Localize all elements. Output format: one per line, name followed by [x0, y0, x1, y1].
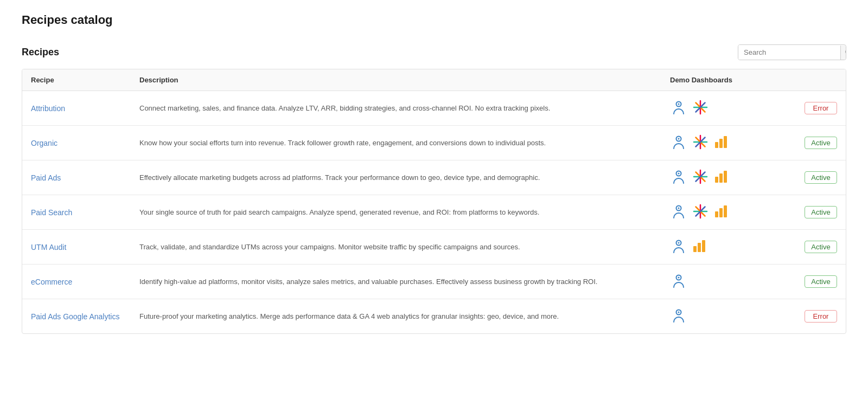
status-badge-paid-ads-ga: Error — [805, 310, 837, 323]
table-row: Paid Ads Google AnalyticsFuture-proof yo… — [22, 299, 846, 334]
status-badge-paid-ads: Active — [805, 171, 837, 184]
svg-rect-16 — [724, 136, 727, 148]
svg-rect-37 — [693, 246, 697, 252]
recipe-link-ecommerce[interactable]: eCommerce — [31, 278, 72, 286]
svg-rect-24 — [719, 173, 723, 183]
looker-icon — [670, 203, 687, 222]
table-row: UTM AuditTrack, validate, and standardiz… — [22, 230, 846, 265]
recipe-link-paid-ads-ga[interactable]: Paid Ads Google Analytics — [31, 312, 119, 321]
table-row: Paid SearchYour single source of truth f… — [22, 195, 846, 230]
col-header-description: Description — [131, 69, 661, 91]
section-title: Recipes — [22, 47, 59, 58]
svg-point-41 — [678, 277, 680, 279]
recipe-description-paid-search: Your single source of truth for paid sea… — [139, 207, 653, 218]
table-row: eCommerceIdentify high-value ad platform… — [22, 265, 846, 299]
svg-point-18 — [678, 173, 680, 175]
svg-rect-38 — [698, 243, 701, 252]
recipe-description-paid-ads-ga: Future-proof your marketing analytics. M… — [139, 311, 653, 322]
bar-chart-icon — [692, 239, 707, 255]
cross-icon — [692, 99, 709, 118]
status-badge-utm-audit: Active — [805, 241, 837, 253]
table-row: Paid AdsEffectively allocate marketing b… — [22, 160, 846, 195]
col-header-status — [781, 69, 846, 91]
looker-icon — [670, 272, 687, 291]
svg-rect-39 — [702, 240, 705, 252]
svg-rect-33 — [719, 208, 723, 217]
cross-icon — [692, 203, 709, 222]
table-row: AttributionConnect marketing, sales, and… — [22, 91, 846, 126]
recipe-description-paid-ads: Effectively allocate marketing budgets a… — [139, 172, 653, 183]
bar-chart-icon — [713, 204, 729, 221]
cross-icon — [692, 133, 709, 152]
recipe-description-attribution: Connect marketing, sales, and finance da… — [139, 103, 653, 114]
status-badge-ecommerce: Active — [805, 275, 837, 288]
bar-chart-icon — [713, 134, 729, 151]
bar-chart-icon — [713, 169, 729, 186]
col-header-demo: Demo Dashboards — [661, 69, 781, 91]
svg-rect-25 — [724, 171, 727, 183]
svg-point-3 — [678, 104, 680, 105]
svg-rect-23 — [715, 177, 718, 183]
recipe-description-organic: Know how your social efforts turn into r… — [139, 138, 653, 149]
page-title: Recipes catalog — [22, 13, 846, 27]
svg-rect-34 — [724, 205, 727, 217]
svg-point-27 — [678, 208, 680, 209]
status-badge-organic: Active — [805, 137, 837, 149]
search-input[interactable] — [738, 45, 840, 60]
cross-icon — [692, 168, 709, 187]
status-badge-paid-search: Active — [805, 206, 837, 218]
svg-point-43 — [678, 312, 680, 313]
svg-point-36 — [678, 242, 680, 244]
looker-icon — [670, 99, 687, 118]
looker-icon — [670, 168, 687, 187]
search-button[interactable] — [840, 46, 846, 60]
svg-rect-14 — [715, 142, 718, 148]
svg-point-9 — [678, 138, 680, 140]
svg-rect-15 — [719, 139, 723, 148]
looker-icon — [670, 133, 687, 152]
svg-rect-32 — [715, 211, 718, 217]
looker-icon — [670, 307, 687, 326]
recipe-link-paid-ads[interactable]: Paid Ads — [31, 173, 61, 182]
recipe-link-paid-search[interactable]: Paid Search — [31, 208, 72, 217]
table-row: OrganicKnow how your social efforts turn… — [22, 126, 846, 160]
recipe-link-attribution[interactable]: Attribution — [31, 104, 65, 113]
recipe-link-utm-audit[interactable]: UTM Audit — [31, 243, 66, 252]
looker-icon — [670, 237, 687, 256]
svg-point-0 — [846, 49, 846, 54]
recipe-description-ecommerce: Identify high-value ad platforms, monito… — [139, 276, 653, 287]
recipe-link-organic[interactable]: Organic — [31, 139, 58, 147]
status-badge-attribution: Error — [805, 102, 837, 114]
search-icon — [845, 49, 846, 56]
col-header-recipe: Recipe — [22, 69, 131, 91]
recipe-description-utm-audit: Track, validate, and standardize UTMs ac… — [139, 242, 653, 253]
